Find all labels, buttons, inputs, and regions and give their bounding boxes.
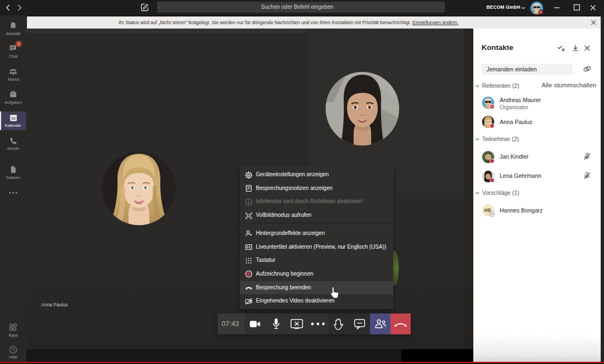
svg-text:?: ? xyxy=(12,347,15,352)
svg-text:HB: HB xyxy=(484,208,491,213)
